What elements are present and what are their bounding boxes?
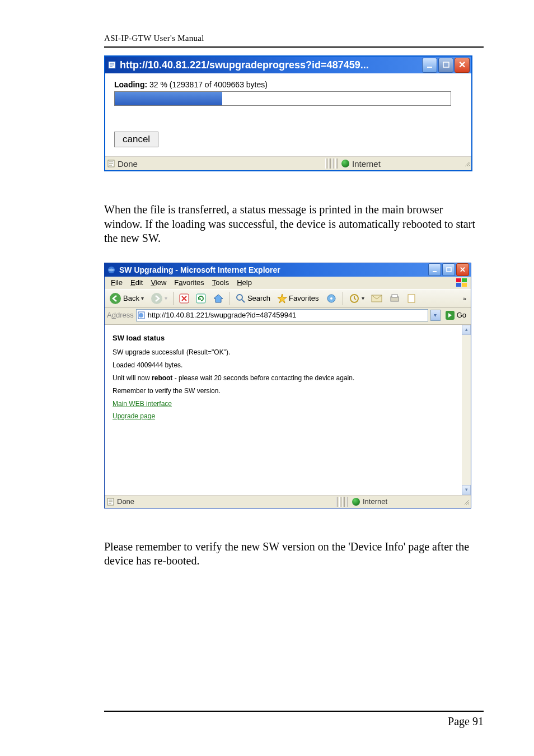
svg-point-11 bbox=[110, 293, 121, 304]
paragraph-2: Please remember to verify the new SW ver… bbox=[104, 540, 484, 568]
content-line-1: SW upgrade successfull (Result="OK"). bbox=[113, 346, 463, 359]
svg-point-24 bbox=[139, 313, 143, 318]
address-dropdown[interactable]: ▾ bbox=[430, 310, 441, 321]
internet-zone-icon bbox=[341, 160, 349, 167]
content-heading: SW load status bbox=[113, 332, 463, 346]
go-button[interactable]: Go bbox=[443, 310, 469, 321]
edit-icon bbox=[407, 293, 417, 304]
menu-tools[interactable]: Tools bbox=[208, 277, 233, 288]
mail-icon bbox=[371, 294, 382, 303]
back-arrow-icon bbox=[109, 292, 121, 305]
close-button[interactable]: ✕ bbox=[455, 58, 470, 73]
search-button[interactable]: Search bbox=[233, 292, 273, 305]
svg-rect-7 bbox=[456, 278, 461, 282]
minimize-button[interactable] bbox=[422, 58, 437, 73]
svg-rect-1 bbox=[427, 67, 432, 68]
progress-bar bbox=[114, 91, 451, 106]
back-button[interactable]: Back ▾ bbox=[107, 291, 146, 306]
progress-window: http://10.40.81.221/swupgradeprogress?id… bbox=[104, 55, 472, 171]
search-icon bbox=[236, 293, 246, 304]
star-icon bbox=[277, 293, 287, 304]
refresh-button[interactable] bbox=[194, 292, 208, 305]
scroll-down-icon[interactable]: ▾ bbox=[462, 485, 471, 495]
svg-point-12 bbox=[151, 293, 162, 304]
status-done: Done bbox=[118, 159, 138, 169]
go-arrow-icon bbox=[445, 310, 455, 320]
favorites-button[interactable]: Favorites bbox=[275, 292, 321, 305]
menu-favorites[interactable]: Favorites bbox=[170, 277, 208, 288]
loading-label: Loading: 32 % (1293817 of 4009663 bytes) bbox=[114, 80, 462, 89]
forward-button[interactable]: ▾ bbox=[148, 291, 170, 306]
link-main-web[interactable]: Main WEB interface bbox=[113, 400, 172, 408]
ie-minimize-button[interactable] bbox=[428, 263, 441, 276]
history-button[interactable]: ▾ bbox=[346, 292, 367, 305]
ie-titlebar: SW Upgrading - Microsoft Internet Explor… bbox=[105, 263, 471, 277]
forward-arrow-icon bbox=[151, 292, 163, 305]
stop-icon bbox=[179, 293, 189, 304]
print-icon bbox=[389, 293, 400, 304]
content-line-4: Remember to verify the SW version. bbox=[113, 385, 463, 398]
address-label: Address bbox=[107, 311, 134, 319]
status-zone: Internet bbox=[352, 159, 381, 169]
progress-bar-fill bbox=[115, 92, 222, 105]
menu-view[interactable]: View bbox=[147, 277, 170, 288]
ie-status-done: Done bbox=[117, 497, 134, 506]
svg-rect-6 bbox=[447, 268, 451, 272]
svg-rect-10 bbox=[462, 283, 467, 287]
svg-rect-21 bbox=[392, 295, 397, 297]
done-page-icon bbox=[107, 160, 115, 167]
cancel-button[interactable]: cancel bbox=[114, 132, 158, 147]
svg-point-15 bbox=[237, 295, 242, 300]
ie-menubar: File Edit View Favorites Tools Help bbox=[105, 277, 471, 289]
ie-internet-zone-icon bbox=[352, 498, 360, 506]
ie-toolbar: Back ▾ ▾ Search Favorite bbox=[105, 289, 471, 308]
content-line-3: Unit will now reboot - please wait 20 se… bbox=[113, 372, 463, 385]
ie-statusbar: Done Internet bbox=[105, 495, 471, 508]
ie-page-icon bbox=[107, 60, 116, 69]
print-button[interactable] bbox=[387, 292, 402, 305]
windows-flag-icon bbox=[456, 278, 467, 287]
menu-help[interactable]: Help bbox=[233, 277, 256, 288]
ie-title: SW Upgrading - Microsoft Internet Explor… bbox=[118, 265, 428, 274]
edit-button[interactable] bbox=[405, 292, 419, 305]
page-header: ASI-IP-GTW User's Manual bbox=[104, 34, 484, 43]
home-button[interactable] bbox=[210, 292, 226, 305]
ie-url-icon bbox=[138, 311, 146, 319]
page-footer: Page 91 bbox=[104, 711, 484, 728]
ie-window: SW Upgrading - Microsoft Internet Explor… bbox=[104, 263, 471, 508]
ie-maximize-button[interactable] bbox=[442, 263, 455, 276]
svg-rect-9 bbox=[456, 283, 461, 287]
resize-grip-icon bbox=[462, 159, 471, 168]
mail-button[interactable] bbox=[369, 293, 385, 304]
scroll-up-icon[interactable]: ▴ bbox=[462, 325, 471, 335]
maximize-button[interactable] bbox=[438, 58, 453, 73]
content-pane: SW load status SW upgrade successfull (R… bbox=[105, 325, 471, 495]
history-icon bbox=[349, 293, 360, 304]
content-line-2: Loaded 4009444 bytes. bbox=[113, 359, 463, 372]
progress-titlebar: http://10.40.81.221/swupgradeprogress?id… bbox=[105, 57, 471, 73]
svg-rect-2 bbox=[443, 62, 449, 67]
home-icon bbox=[213, 293, 224, 304]
svg-rect-22 bbox=[408, 295, 415, 302]
progress-title: http://10.40.81.221/swupgradeprogress?id… bbox=[119, 59, 422, 71]
toolbar-overflow-icon[interactable]: » bbox=[463, 295, 469, 302]
refresh-icon bbox=[196, 293, 206, 304]
progress-statusbar: Done Internet bbox=[105, 156, 471, 170]
ie-status-zone: Internet bbox=[363, 497, 387, 506]
menu-file[interactable]: File bbox=[107, 277, 127, 288]
media-button[interactable] bbox=[324, 292, 339, 305]
ie-logo-icon bbox=[107, 265, 116, 274]
ie-close-button[interactable]: ✕ bbox=[456, 263, 469, 276]
menu-edit[interactable]: Edit bbox=[127, 277, 147, 288]
link-upgrade-page[interactable]: Upgrade page bbox=[113, 412, 155, 420]
paragraph-1: When the file is transferred, a status m… bbox=[104, 203, 484, 246]
header-rule bbox=[104, 46, 484, 48]
address-input[interactable]: http://10.40.81.221/swupgrade?id=4874599… bbox=[136, 309, 428, 321]
svg-point-17 bbox=[330, 297, 332, 300]
stop-button[interactable] bbox=[177, 292, 191, 305]
svg-rect-8 bbox=[462, 278, 467, 282]
content-scrollbar[interactable]: ▴ ▾ bbox=[462, 325, 471, 495]
ie-done-page-icon bbox=[107, 498, 115, 506]
svg-rect-5 bbox=[433, 271, 437, 272]
address-bar: Address http://10.40.81.221/swupgrade?id… bbox=[105, 308, 471, 325]
